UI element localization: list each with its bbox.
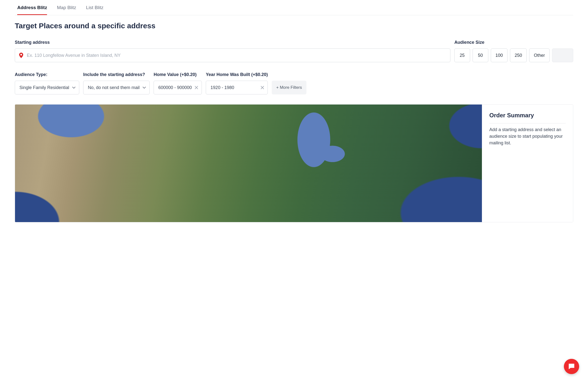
audience-size-100[interactable]: 100: [491, 48, 507, 62]
audience-size-250[interactable]: 250: [510, 48, 527, 62]
home-value-field[interactable]: 600000 - 900000: [154, 81, 202, 95]
audience-type-value: Single Family Residential: [19, 85, 69, 90]
close-icon[interactable]: [261, 86, 264, 89]
year-built-value: 1920 - 1980: [211, 85, 234, 90]
order-summary-panel: Order Summary Add a starting address and…: [482, 105, 573, 222]
order-summary-body: Add a starting address and select an aud…: [489, 126, 566, 146]
chevron-down-icon: [143, 87, 146, 89]
audience-type-label: Audience Type:: [15, 72, 79, 77]
close-icon[interactable]: [195, 86, 198, 89]
map-pin-icon: [19, 53, 23, 58]
tab-address-blitz[interactable]: Address Blitz: [17, 5, 47, 15]
more-filters-button[interactable]: + More Filters: [272, 81, 306, 95]
chevron-down-icon: [72, 87, 76, 89]
audience-type-select[interactable]: Single Family Residential: [15, 81, 79, 95]
home-value-label: Home Value (+$0.20): [154, 72, 202, 77]
audience-size-blank[interactable]: [552, 48, 573, 62]
tab-map-blitz[interactable]: Map Blitz: [57, 5, 76, 15]
audience-size-other[interactable]: Other: [529, 48, 550, 62]
include-starting-value: No, do not send them mail: [88, 85, 140, 90]
home-value-value: 600000 - 900000: [158, 85, 192, 90]
year-built-label: Year Home Was Built (+$0.20): [206, 72, 268, 77]
order-summary-title: Order Summary: [489, 112, 566, 124]
starting-address-input[interactable]: [27, 53, 446, 58]
tab-list-blitz[interactable]: List Blitz: [86, 5, 104, 15]
audience-size-50[interactable]: 50: [473, 48, 488, 62]
year-built-field[interactable]: 1920 - 1980: [206, 81, 268, 95]
include-starting-select[interactable]: No, do not send them mail: [83, 81, 150, 95]
page-title: Target Places around a specific address: [15, 22, 573, 30]
audience-size-label: Audience Size: [454, 40, 573, 45]
starting-address-label: Starting address: [15, 40, 450, 45]
starting-address-field[interactable]: [15, 48, 450, 62]
svg-point-0: [20, 54, 22, 56]
map-view[interactable]: [15, 105, 482, 222]
audience-size-25[interactable]: 25: [454, 48, 470, 62]
tabs: Address Blitz Map Blitz List Blitz: [15, 0, 573, 15]
include-starting-label: Include the starting address?: [83, 72, 150, 77]
